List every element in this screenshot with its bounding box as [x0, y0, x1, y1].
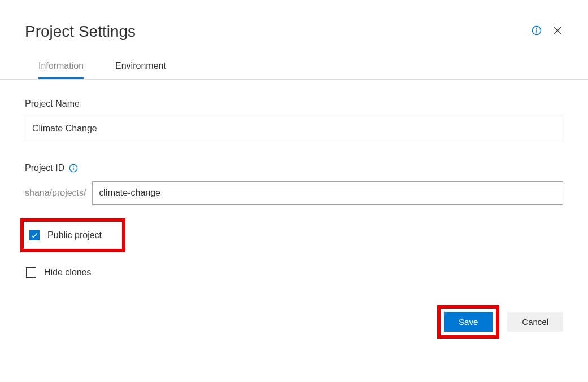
- hide-clones-checkbox-row[interactable]: Hide clones: [25, 265, 97, 280]
- project-id-label: Project ID: [25, 163, 563, 173]
- page-title: Project Settings: [25, 23, 136, 41]
- public-project-checkbox[interactable]: [29, 230, 40, 240]
- project-name-field-group: Project Name: [25, 99, 563, 140]
- form: Project Name Project ID shana/projects/: [25, 99, 563, 339]
- svg-point-2: [537, 28, 537, 29]
- tabs-divider: [0, 79, 588, 80]
- hide-clones-label: Hide clones: [44, 267, 92, 278]
- project-id-label-text: Project ID: [25, 163, 64, 173]
- cancel-button[interactable]: Cancel: [507, 312, 563, 332]
- svg-point-7: [73, 166, 74, 166]
- public-project-checkbox-row[interactable]: Public project: [28, 227, 107, 243]
- public-project-label: Public project: [47, 230, 102, 240]
- project-id-info-icon[interactable]: [69, 164, 78, 173]
- project-settings-dialog: Project Settings Information Environment…: [0, 0, 588, 355]
- dialog-header: Project Settings: [25, 23, 563, 41]
- public-project-highlight: Public project: [20, 218, 125, 252]
- hide-clones-checkbox[interactable]: [26, 267, 36, 278]
- dialog-footer: Save Cancel: [25, 305, 563, 339]
- project-id-field-group: Project ID shana/projects/: [25, 163, 563, 205]
- header-actions: [532, 25, 563, 36]
- tab-information[interactable]: Information: [38, 61, 84, 79]
- project-id-input[interactable]: [92, 181, 563, 205]
- project-id-prefix: shana/projects/: [25, 188, 86, 198]
- tabs: Information Environment: [25, 61, 563, 79]
- info-icon[interactable]: [532, 25, 542, 36]
- save-button[interactable]: Save: [444, 312, 493, 332]
- project-name-input[interactable]: [25, 117, 563, 140]
- save-button-highlight: Save: [437, 305, 499, 339]
- check-icon: [31, 231, 38, 239]
- close-icon[interactable]: [552, 25, 563, 36]
- tab-environment[interactable]: Environment: [115, 61, 166, 79]
- project-name-label: Project Name: [25, 99, 563, 109]
- project-id-row: shana/projects/: [25, 181, 563, 205]
